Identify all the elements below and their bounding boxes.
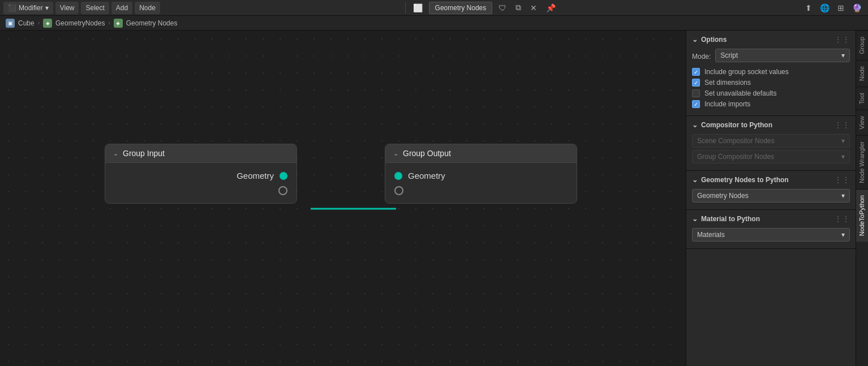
node-menu[interactable]: Node: [135, 2, 160, 14]
chevron-icon: ⌄: [393, 150, 398, 157]
vtab-node-wrangler[interactable]: Node Wrangler: [856, 135, 868, 189]
checkbox-set-unavailable[interactable]: Set unavailable defaults: [692, 89, 850, 97]
chevron-geo: ⌄: [692, 176, 698, 184]
vtab-group[interactable]: Group: [856, 31, 868, 60]
checkbox-group-socket-label: Include group socket values: [704, 68, 789, 76]
vtab-tool[interactable]: Tool: [856, 87, 868, 110]
vertical-tabs: Group Node Tool View Node Wrangler NodeT…: [856, 31, 868, 366]
vtab-node[interactable]: Node: [856, 60, 868, 87]
geo-nodes-title: ⌄ Geometry Nodes to Python: [692, 176, 789, 184]
node-title-text: Geometry Nodes: [435, 4, 487, 12]
breadcrumb-arrow-2: ›: [108, 20, 110, 26]
material-dropdown-label: Materials: [697, 231, 725, 239]
compositor-dots: ⋮⋮: [834, 120, 850, 130]
material-title: ⌄ Material to Python: [692, 215, 760, 223]
pin-icon[interactable]: 📌: [543, 2, 558, 14]
geo-nodes-dropdown[interactable]: Geometry Nodes ▾: [692, 189, 850, 203]
breadcrumb-item-cube[interactable]: ▣ Cube: [6, 19, 35, 28]
close-icon[interactable]: ✕: [527, 2, 540, 14]
compositor-label: Compositor to Python: [701, 121, 772, 129]
check-icon: ✓: [694, 69, 698, 75]
compositor-header: ⌄ Compositor to Python ⋮⋮: [692, 120, 850, 130]
cube-icon: ▣: [6, 19, 15, 28]
dropdown-chevron-scene: ▾: [841, 137, 845, 145]
copy-icon[interactable]: ⧉: [513, 2, 524, 14]
geo-nodes-section: ⌄ Geometry Nodes to Python ⋮⋮ Geometry N…: [686, 171, 856, 210]
upload-icon[interactable]: ⬆: [802, 2, 815, 14]
checkbox-set-unavailable-label: Set unavailable defaults: [704, 89, 776, 97]
checkbox-include-imports-box[interactable]: ✓: [692, 100, 700, 108]
geometry-in-port: Geometry: [394, 171, 568, 180]
geometry-out-label: Geometry: [237, 171, 274, 180]
options-header: ⌄ Options ⋮⋮: [692, 35, 850, 44]
node-canvas[interactable]: ⌄ Group Input Geometry ⌄ Group Output: [0, 31, 686, 366]
editor-switch-btn[interactable]: ⬜: [410, 2, 426, 14]
options-label: Options: [701, 36, 727, 44]
right-panel: ⌄ Options ⋮⋮ Mode: Script ▾ ✓ Include gr…: [686, 31, 856, 366]
group-output-header: ⌄ Group Output: [385, 144, 577, 163]
extra-out-dot[interactable]: [278, 186, 287, 195]
chevron-compositor: ⌄: [692, 121, 698, 129]
geometry-out-dot[interactable]: [280, 172, 287, 180]
group-input-body: Geometry: [105, 163, 297, 203]
dropdown-chevron: ▾: [841, 51, 845, 59]
checkbox-set-dimensions-label: Set dimensions: [704, 79, 751, 87]
mode-dropdown[interactable]: Script ▾: [715, 49, 850, 62]
scene-compositor-dropdown: Scene Compositor Nodes ▾: [692, 134, 850, 148]
checkbox-set-dimensions-box[interactable]: ✓: [692, 79, 700, 87]
dropdown-chevron-group: ▾: [841, 153, 845, 161]
dropdown-chevron-material: ▾: [841, 231, 845, 239]
layout-icon[interactable]: ⊞: [835, 2, 847, 14]
group-output-node[interactable]: ⌄ Group Output Geometry: [385, 144, 577, 204]
group-output-body: Geometry: [385, 163, 577, 203]
material-label: Material to Python: [701, 215, 760, 223]
vtab-view[interactable]: View: [856, 110, 868, 135]
separator-1: [405, 2, 406, 14]
material-section: ⌄ Material to Python ⋮⋮ Materials ▾: [686, 210, 856, 249]
breadcrumb-item-geometry-nodes[interactable]: ◈ Geometry Nodes: [114, 19, 178, 28]
geo-nodes-dropdown-label: Geometry Nodes: [697, 192, 749, 200]
geometry-in-label: Geometry: [408, 171, 445, 180]
group-compositor-label: Group Compositor Nodes: [697, 153, 774, 161]
checkbox-group-socket[interactable]: ✓ Include group socket values: [692, 68, 850, 76]
topbar: ⬛ Modifier ▾ View Select Add Node ⬜ Geom…: [0, 0, 868, 16]
options-title: ⌄ Options: [692, 36, 727, 44]
breadcrumb-item-geonodes[interactable]: ◈ GeometryNodes: [43, 19, 105, 28]
check-icon-3: ✓: [694, 101, 698, 107]
material-dropdown[interactable]: Materials ▾: [692, 228, 850, 242]
group-input-title: Group Input: [123, 149, 165, 158]
vtab-nodetopython[interactable]: NodeToPython: [856, 189, 868, 242]
checkbox-group-socket-box[interactable]: ✓: [692, 68, 700, 76]
check-icon-2: ✓: [694, 80, 698, 86]
mode-value: Script: [720, 51, 738, 59]
extra-in-dot[interactable]: [394, 186, 403, 195]
options-section: ⌄ Options ⋮⋮ Mode: Script ▾ ✓ Include gr…: [686, 31, 856, 116]
group-compositor-dropdown: Group Compositor Nodes ▾: [692, 150, 850, 163]
render-icon[interactable]: 🔮: [849, 2, 865, 14]
group-input-node[interactable]: ⌄ Group Input Geometry: [105, 144, 297, 204]
extra-out-port: [114, 186, 287, 195]
chevron-icon: ⌄: [113, 150, 118, 157]
view-menu[interactable]: View: [55, 2, 79, 14]
geometry-in-dot[interactable]: [394, 172, 402, 180]
select-menu[interactable]: Select: [81, 2, 109, 14]
checkbox-set-unavailable-box[interactable]: [692, 89, 700, 97]
editor-type-btn[interactable]: ⬛ Modifier ▾: [3, 2, 53, 14]
material-dots: ⋮⋮: [834, 214, 850, 223]
checkbox-include-imports-label: Include imports: [704, 100, 750, 108]
geo-nodes-dots: ⋮⋮: [834, 175, 850, 184]
add-menu[interactable]: Add: [111, 2, 132, 14]
online-icon[interactable]: 🌐: [817, 2, 832, 14]
geo-nodes-label: Geometry Nodes to Python: [701, 176, 789, 184]
cube-label: Cube: [18, 19, 35, 27]
shield-icon[interactable]: 🛡: [496, 2, 509, 14]
checkbox-set-dimensions[interactable]: ✓ Set dimensions: [692, 79, 850, 87]
modifier-label: Modifier: [19, 4, 43, 12]
editor-icon: ⬛: [8, 4, 16, 12]
mode-row: Mode: Script ▾: [692, 49, 850, 64]
geometry-out-port: Geometry: [114, 171, 287, 180]
material-header: ⌄ Material to Python ⋮⋮: [692, 214, 850, 223]
mode-label: Mode:: [692, 53, 711, 61]
group-output-title: Group Output: [403, 149, 451, 158]
checkbox-include-imports[interactable]: ✓ Include imports: [692, 100, 850, 108]
